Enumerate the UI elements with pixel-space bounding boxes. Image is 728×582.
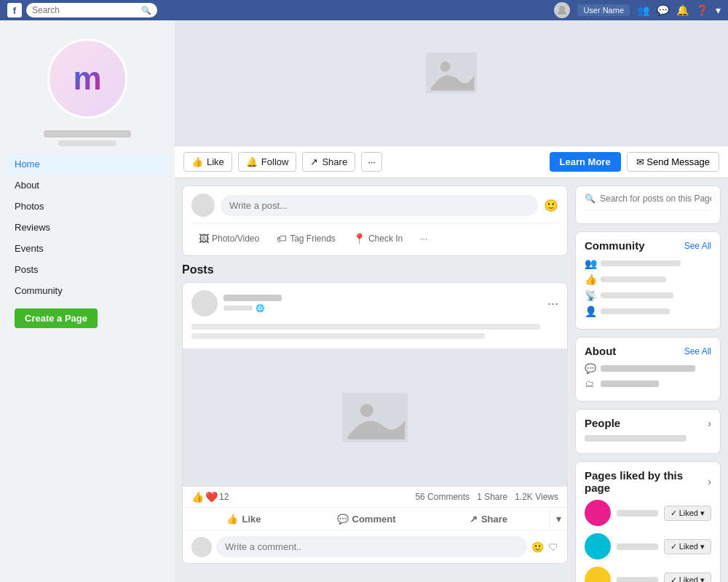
post-time-bar: 🌐 (223, 304, 542, 312)
page-avatar-wrap: m (0, 28, 175, 126)
like-button[interactable]: 👍 Like (183, 152, 232, 172)
pages-liked-item-1: ✓ Liked ▾ (585, 500, 711, 526)
cover-placeholder (415, 44, 488, 102)
page-search-widget: 🔍 (575, 186, 721, 224)
post-card: 🌐 ··· 👍 ❤️ 12 (182, 282, 568, 564)
post-reactions: 👍 ❤️ 12 56 Comments 1 Share 1.2K Views (183, 487, 567, 507)
heart-reaction-icon: ❤️ (205, 491, 218, 503)
reaction-count: 12 (219, 492, 229, 502)
pages-liked-widget: Pages liked by this page › ✓ Liked ▾ ✓ L… (575, 461, 721, 582)
about-header: About See All (585, 345, 711, 357)
photo-icon: 🖼 (199, 233, 209, 244)
about-see-all[interactable]: See All (684, 346, 711, 356)
community-item-4: 👤 (585, 306, 711, 317)
comment-icons: 🙂 🛡 (531, 541, 558, 553)
people-widget: People › (575, 409, 721, 454)
learn-more-button[interactable]: Learn More (550, 152, 621, 172)
comment-row: 🙂 🛡 (183, 530, 567, 563)
about-item-1: 💬 (585, 363, 711, 374)
avatar[interactable] (554, 2, 570, 18)
pages-liked-title: Pages liked by this page (585, 469, 708, 494)
pages-liked-chevron-icon[interactable]: › (708, 476, 711, 487)
page-search-input[interactable] (600, 194, 711, 204)
comment-sticker-icon[interactable]: 🛡 (548, 541, 558, 553)
liked-button-3[interactable]: ✓ Liked ▾ (664, 573, 711, 583)
emoji-icon[interactable]: 🙂 (544, 199, 558, 212)
page-circle-3 (585, 567, 611, 582)
liked-button-1[interactable]: ✓ Liked ▾ (664, 506, 711, 521)
people-chevron-icon[interactable]: › (708, 418, 711, 429)
comments-count: 56 Comments (415, 492, 470, 502)
pages-liked-item-3: ✓ Liked ▾ (585, 567, 711, 582)
share-button[interactable]: ↗ Share (302, 152, 355, 172)
about-title: About (585, 345, 616, 357)
post-share-button[interactable]: ↗ Share (427, 508, 550, 530)
sidebar-item-posts[interactable]: Posts (6, 259, 169, 280)
community-see-all[interactable]: See All (684, 241, 711, 251)
sidebar-item-photos[interactable]: Photos (6, 196, 169, 217)
search-icon: 🔍 (141, 6, 151, 15)
content-area: 🙂 🖼 Photo/Video 🏷 Tag Friends 📍 Check In… (175, 178, 728, 582)
page-avatar: m (47, 39, 127, 119)
post-actions: 👍 Like 💬 Comment ↗ Share ▾ (183, 507, 567, 530)
facebook-logo: f (7, 3, 22, 17)
post-like-button[interactable]: 👍 Like (183, 508, 305, 530)
post-text-bar-1 (191, 324, 540, 330)
post-text-bar-2 (191, 333, 485, 339)
like-icon: 👍 (226, 514, 238, 525)
write-post-top: 🙂 (191, 194, 558, 217)
thumbs-up-icon: 👍 (191, 156, 203, 167)
page-circle-1 (585, 500, 611, 526)
user-avatar-small (191, 194, 215, 217)
account-dropdown-icon[interactable]: ▾ (716, 4, 721, 16)
photo-video-button[interactable]: 🖼 Photo/Video (191, 229, 266, 248)
friends-icon[interactable]: 👥 (637, 4, 649, 16)
create-page-button[interactable]: Create a Page (15, 308, 98, 328)
more-options-button[interactable]: ··· (413, 229, 435, 248)
top-navigation: f 🔍 User Name 👥 💬 🔔 ❓ ▾ (0, 0, 728, 20)
about-message-icon: 💬 (585, 363, 596, 374)
shares-count: 1 Share (477, 492, 507, 502)
pages-liked-item-2: ✓ Liked ▾ (585, 533, 711, 559)
post-image-placeholder (183, 348, 567, 487)
comment-input[interactable] (216, 536, 527, 557)
comment-icon: 💬 (337, 514, 349, 525)
tag-friends-button[interactable]: 🏷 Tag Friends (269, 229, 343, 248)
search-wrap: 🔍 (26, 3, 157, 17)
comment-emoji-icon[interactable]: 🙂 (531, 541, 544, 553)
help-icon[interactable]: ❓ (696, 4, 708, 16)
sidebar-nav: Home About Photos Reviews Events Posts C… (0, 154, 175, 301)
send-message-button[interactable]: ✉ Send Message (627, 152, 719, 172)
notifications-icon[interactable]: 🔔 (676, 4, 689, 16)
community-widget: Community See All 👥 👍 📡 👤 (575, 231, 721, 330)
check-in-button[interactable]: 📍 Check In (346, 229, 410, 248)
sidebar-item-about[interactable]: About (6, 175, 169, 196)
commenter-avatar (191, 537, 212, 557)
sidebar-item-home[interactable]: Home (6, 154, 169, 175)
liked-button-2[interactable]: ✓ Liked ▾ (664, 539, 711, 554)
post-more-button[interactable]: ··· (547, 296, 558, 311)
cover-photo (175, 0, 728, 146)
community-rss-icon: 📡 (585, 290, 596, 301)
sidebar-item-reviews[interactable]: Reviews (6, 217, 169, 238)
svg-point-2 (440, 62, 451, 72)
write-post-input[interactable] (221, 195, 538, 216)
messenger-icon[interactable]: 💬 (657, 4, 669, 16)
page-name-bar-2 (617, 543, 658, 550)
location-icon: 📍 (353, 233, 365, 244)
page-name-bar (44, 130, 131, 137)
follow-button[interactable]: 🔔 Follow (238, 152, 297, 172)
share-dropdown-button[interactable]: ▾ (550, 508, 567, 530)
more-button[interactable]: ··· (361, 152, 382, 172)
search-input[interactable] (26, 3, 157, 17)
page-logo: m (73, 60, 101, 97)
post-comment-button[interactable]: 💬 Comment (305, 508, 427, 530)
sidebar-item-community[interactable]: Community (6, 280, 169, 301)
write-post-actions: 🖼 Photo/Video 🏷 Tag Friends 📍 Check In ·… (191, 223, 558, 248)
posts-header: Posts (182, 263, 568, 276)
globe-icon: 🌐 (256, 304, 264, 312)
svg-point-4 (360, 404, 373, 417)
sidebar-item-events[interactable]: Events (6, 238, 169, 259)
post-text-bars (183, 324, 567, 348)
about-item-2: 🗂 (585, 378, 711, 389)
